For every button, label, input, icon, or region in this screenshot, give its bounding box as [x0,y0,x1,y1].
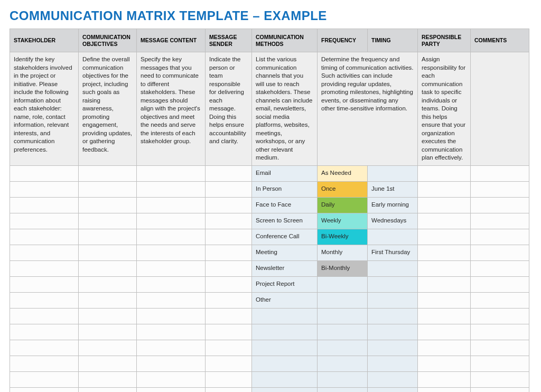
cell-content[interactable] [137,324,206,340]
cell-methods[interactable]: Meeting [252,245,318,260]
cell-content[interactable] [137,387,206,392]
cell-content[interactable] [137,371,206,387]
cell-comments[interactable] [471,292,529,308]
cell-objectives[interactable] [79,292,137,308]
cell-content[interactable] [137,213,206,229]
cell-methods[interactable] [252,324,318,340]
cell-comments[interactable] [471,308,529,324]
cell-timing[interactable]: Early morning [368,197,418,213]
cell-content[interactable] [137,197,206,213]
cell-frequency[interactable]: Weekly [318,213,368,229]
cell-content[interactable] [137,292,206,308]
cell-objectives[interactable] [79,181,137,197]
cell-party[interactable] [418,260,471,276]
cell-objectives[interactable] [79,165,137,181]
cell-content[interactable] [137,340,206,356]
cell-party[interactable] [418,340,471,356]
cell-methods[interactable]: Face to Face [252,197,318,213]
cell-comments[interactable] [471,324,529,340]
cell-stakeholder[interactable] [10,387,79,392]
cell-content[interactable] [137,260,206,276]
cell-party[interactable] [418,292,471,308]
cell-methods[interactable]: In Person [252,181,318,197]
cell-frequency[interactable]: Once [318,181,368,197]
cell-sender[interactable] [206,181,252,197]
cell-sender[interactable] [206,165,252,181]
cell-objectives[interactable] [79,276,137,292]
cell-sender[interactable] [206,276,252,292]
cell-content[interactable] [137,276,206,292]
cell-comments[interactable] [471,229,529,245]
cell-stakeholder[interactable] [10,340,79,356]
cell-comments[interactable] [471,276,529,292]
cell-objectives[interactable] [79,340,137,356]
cell-methods[interactable]: Screen to Screen [252,213,318,229]
cell-sender[interactable] [206,356,252,371]
cell-sender[interactable] [206,371,252,387]
cell-timing[interactable] [368,387,418,392]
cell-content[interactable] [137,308,206,324]
cell-sender[interactable] [206,260,252,276]
cell-party[interactable] [418,324,471,340]
cell-stakeholder[interactable] [10,213,79,229]
cell-methods[interactable]: Email [252,165,318,181]
cell-objectives[interactable] [79,213,137,229]
cell-timing[interactable] [368,165,418,181]
cell-stakeholder[interactable] [10,260,79,276]
cell-frequency[interactable]: As Needed [318,165,368,181]
cell-frequency[interactable] [318,340,368,356]
cell-frequency[interactable] [318,292,368,308]
cell-party[interactable] [418,197,471,213]
cell-timing[interactable] [368,371,418,387]
cell-frequency[interactable]: Bi-Monthly [318,260,368,276]
cell-stakeholder[interactable] [10,197,79,213]
cell-comments[interactable] [471,165,529,181]
cell-sender[interactable] [206,340,252,356]
cell-party[interactable] [418,387,471,392]
cell-stakeholder[interactable] [10,165,79,181]
cell-frequency[interactable] [318,308,368,324]
cell-comments[interactable] [471,340,529,356]
cell-frequency[interactable]: Daily [318,197,368,213]
cell-methods[interactable] [252,308,318,324]
cell-comments[interactable] [471,181,529,197]
cell-methods[interactable]: Newsletter [252,260,318,276]
cell-stakeholder[interactable] [10,229,79,245]
cell-objectives[interactable] [79,197,137,213]
cell-frequency[interactable]: Monthly [318,245,368,260]
cell-objectives[interactable] [79,229,137,245]
cell-frequency[interactable] [318,387,368,392]
cell-objectives[interactable] [79,324,137,340]
cell-sender[interactable] [206,292,252,308]
cell-party[interactable] [418,229,471,245]
cell-stakeholder[interactable] [10,276,79,292]
cell-objectives[interactable] [79,371,137,387]
cell-timing[interactable]: Wednesdays [368,213,418,229]
cell-sender[interactable] [206,213,252,229]
cell-sender[interactable] [206,197,252,213]
cell-methods[interactable] [252,340,318,356]
cell-timing[interactable]: June 1st [368,181,418,197]
cell-stakeholder[interactable] [10,292,79,308]
cell-content[interactable] [137,165,206,181]
cell-comments[interactable] [471,197,529,213]
cell-stakeholder[interactable] [10,324,79,340]
cell-timing[interactable] [368,229,418,245]
cell-stakeholder[interactable] [10,308,79,324]
cell-timing[interactable] [368,340,418,356]
cell-frequency[interactable] [318,276,368,292]
cell-timing[interactable] [368,292,418,308]
cell-party[interactable] [418,165,471,181]
cell-objectives[interactable] [79,356,137,371]
cell-stakeholder[interactable] [10,181,79,197]
cell-frequency[interactable] [318,324,368,340]
cell-party[interactable] [418,245,471,260]
cell-timing[interactable] [368,260,418,276]
cell-frequency[interactable] [318,356,368,371]
cell-comments[interactable] [471,387,529,392]
cell-party[interactable] [418,213,471,229]
cell-frequency[interactable] [318,371,368,387]
cell-methods[interactable]: Other [252,292,318,308]
cell-methods[interactable] [252,387,318,392]
cell-objectives[interactable] [79,387,137,392]
